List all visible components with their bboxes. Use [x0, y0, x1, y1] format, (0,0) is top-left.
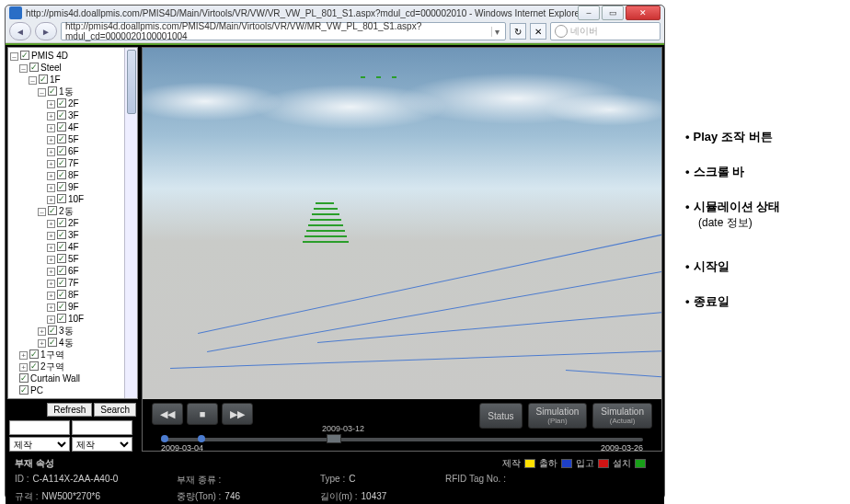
- search-placeholder: 네이버: [570, 25, 598, 38]
- tree-node[interactable]: +4동: [10, 337, 135, 349]
- tree-node[interactable]: –PMIS 4D: [10, 50, 135, 62]
- leader-line: [566, 370, 661, 389]
- tree-panel: –PMIS 4D –Steel –1F –1동 +2F +3F +4F +5F …: [7, 47, 138, 399]
- spec-label: 규격 :: [15, 491, 39, 501]
- rewind-button[interactable]: ◀◀: [152, 403, 183, 425]
- tree-node[interactable]: PC: [10, 384, 135, 396]
- stop-button[interactable]: ✕: [530, 23, 546, 40]
- browser-window: http://pmis4d.doallpmis.com/PMIS4D/Main/…: [5, 5, 665, 499]
- tree-node[interactable]: +7F: [10, 157, 135, 169]
- ie-icon: [9, 6, 22, 19]
- legend-box-green: [635, 459, 646, 468]
- control-bar: ◀◀ ■ ▶▶ Status Simulation(Plan) Simulati…: [143, 399, 661, 451]
- window-title: http://pmis4d.doallpmis.com/PMIS4D/Main/…: [26, 8, 578, 18]
- tree-node[interactable]: +5F: [10, 253, 135, 265]
- tree-node[interactable]: +6F: [10, 265, 135, 277]
- legend-box-blue: [561, 459, 572, 468]
- weight-label: 중량(Ton) :: [177, 491, 221, 501]
- timeline-end-date: 2009-03-26: [601, 443, 643, 452]
- forward-play-button[interactable]: ▶▶: [222, 403, 253, 425]
- search-button[interactable]: Search: [94, 403, 136, 417]
- tree-node[interactable]: +9F: [10, 181, 135, 193]
- type-value: C: [349, 474, 355, 484]
- timeline-start-dot[interactable]: [161, 435, 168, 442]
- annotation: •스크롤 바: [685, 164, 846, 180]
- tree-node[interactable]: +4F: [10, 121, 135, 133]
- tree-node[interactable]: +7F: [10, 277, 135, 289]
- tree-node[interactable]: +2구역: [10, 361, 135, 372]
- timeline-dot[interactable]: [198, 435, 205, 442]
- timeline-thumb[interactable]: [327, 434, 341, 443]
- legend-label: 제작: [502, 457, 521, 470]
- legend-label: 설치: [613, 457, 631, 470]
- simulation-plan-button[interactable]: Simulation(Plan): [528, 403, 588, 429]
- legend-label: 입고: [576, 457, 594, 470]
- navbar: ◄ ► http://pmis4d.doallpmis.com/PMIS4D/M…: [6, 20, 664, 43]
- detail-panel: 부재 속성 제작 출하 입고 설치 ID :C-A114X-2AA-A40-0 …: [6, 453, 664, 504]
- tree-node[interactable]: +9F: [10, 301, 135, 313]
- tree-node[interactable]: +1구역: [10, 349, 135, 361]
- legend-box-yellow: [524, 459, 535, 468]
- filter-select-2[interactable]: 제작: [72, 437, 132, 452]
- tree-node[interactable]: +6F: [10, 145, 135, 157]
- filter-input-2[interactable]: [72, 420, 132, 435]
- tree-node[interactable]: +3동: [10, 325, 135, 337]
- reload-button[interactable]: ↻: [510, 23, 526, 40]
- url-field[interactable]: http://pmis4d.doallpmis.com/PMIS4D/Main/…: [61, 22, 506, 40]
- tree-node[interactable]: +8F: [10, 169, 135, 181]
- annotation: •시작일: [685, 258, 846, 275]
- length-value: 10437: [362, 491, 387, 501]
- annotation: •시뮬레이션 상태(date 정보): [685, 199, 846, 231]
- model-marks: [361, 76, 396, 78]
- legend-label: 출하: [539, 457, 557, 470]
- url-dropdown-icon[interactable]: ▾: [491, 27, 501, 37]
- minimize-button[interactable]: –: [578, 6, 600, 20]
- tree-node[interactable]: –2동: [10, 205, 135, 217]
- sky-clouds: [143, 48, 661, 189]
- viewport-column: ◀◀ ■ ▶▶ Status Simulation(Plan) Simulati…: [142, 47, 662, 452]
- maximize-button[interactable]: ▭: [602, 6, 624, 20]
- 3d-viewport[interactable]: [143, 48, 661, 399]
- tree-node[interactable]: –Steel: [10, 62, 135, 74]
- tree-node[interactable]: –1동: [10, 86, 135, 97]
- annotation: •종료일: [685, 293, 846, 310]
- length-label: 길이(m) :: [320, 491, 358, 501]
- tree-node[interactable]: +10F: [10, 313, 135, 325]
- tree-node[interactable]: +3F: [10, 229, 135, 241]
- tree-node[interactable]: +4F: [10, 241, 135, 253]
- forward-button[interactable]: ►: [35, 22, 57, 40]
- tree-node[interactable]: Curtain Wall: [10, 372, 135, 384]
- tree-node[interactable]: –1F: [10, 74, 135, 86]
- rfid-label: RFID Tag No. :: [445, 474, 506, 484]
- status-button[interactable]: Status: [479, 403, 522, 429]
- spec-value: NW500*270*6: [42, 491, 100, 501]
- legend-box-red: [598, 459, 609, 468]
- search-box[interactable]: 네이버: [550, 22, 660, 40]
- tree-node[interactable]: +5F: [10, 133, 135, 145]
- tree-node[interactable]: +10F: [10, 193, 135, 205]
- url-text: http://pmis4d.doallpmis.com/PMIS4D/Main/…: [65, 21, 488, 41]
- id-value: C-A114X-2AA-A40-0: [33, 474, 119, 484]
- close-button[interactable]: ✕: [626, 6, 660, 20]
- tree-scrollbar[interactable]: [124, 48, 137, 398]
- weight-value: 746: [224, 491, 240, 501]
- tree-node[interactable]: +3F: [10, 109, 135, 121]
- legend: 제작 출하 입고 설치: [502, 457, 646, 470]
- back-button[interactable]: ◄: [9, 22, 31, 40]
- kind-label: 부재 종류 :: [177, 475, 221, 485]
- leader-line: [170, 345, 661, 369]
- stop-play-button[interactable]: ■: [187, 403, 218, 425]
- timeline-current-date: 2009-03-12: [322, 424, 364, 433]
- leader-line: [198, 205, 661, 334]
- tree-node[interactable]: +8F: [10, 289, 135, 301]
- timeline-slider[interactable]: 2009-03-12 2009-03-04 2009-03-26: [152, 432, 652, 451]
- tree-column: –PMIS 4D –Steel –1F –1동 +2F +3F +4F +5F …: [6, 45, 140, 453]
- simulation-actual-button[interactable]: Simulation(Actual): [592, 403, 652, 429]
- search-engine-icon: [555, 25, 568, 38]
- leader-line: [317, 297, 661, 343]
- refresh-button[interactable]: Refresh: [47, 403, 92, 417]
- filter-input-1[interactable]: [9, 420, 70, 435]
- tree-node[interactable]: +2F: [10, 217, 135, 229]
- tree-node[interactable]: +2F: [10, 97, 135, 109]
- filter-select-1[interactable]: 제작: [9, 437, 70, 452]
